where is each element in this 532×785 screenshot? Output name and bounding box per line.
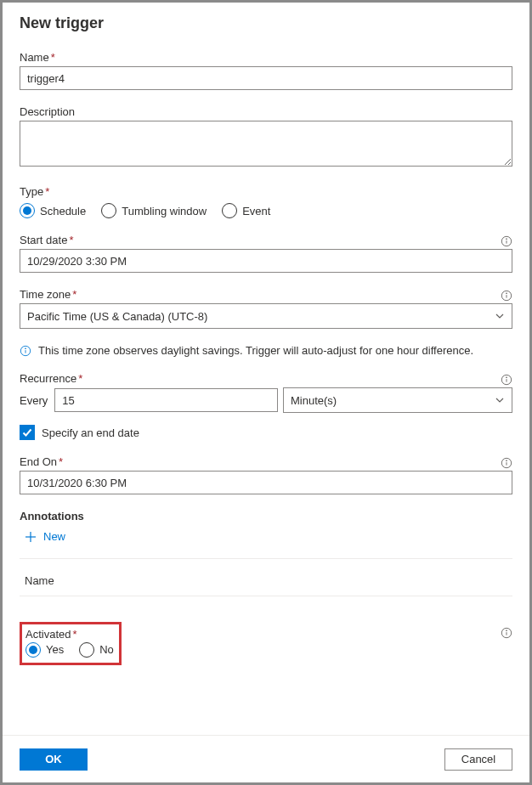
activated-radio-no-label: No bbox=[99, 643, 114, 656]
type-field: Type * Schedule Tumbling window Event bbox=[20, 185, 512, 218]
info-icon[interactable] bbox=[501, 627, 512, 639]
required-marker: * bbox=[69, 234, 73, 246]
required-marker: * bbox=[59, 455, 63, 468]
name-input[interactable] bbox=[20, 66, 512, 90]
specify-end-date-checkbox[interactable]: Specify an end date bbox=[20, 425, 512, 440]
chevron-down-icon bbox=[495, 395, 505, 405]
recurrence-unit-select[interactable]: Minute(s) bbox=[283, 387, 512, 413]
info-icon[interactable] bbox=[501, 457, 512, 469]
description-label: Description bbox=[20, 105, 75, 118]
required-marker: * bbox=[72, 628, 76, 641]
time-zone-label: Time zone bbox=[20, 288, 71, 301]
info-icon bbox=[20, 345, 31, 357]
recurrence-value-input[interactable] bbox=[54, 388, 278, 412]
chevron-down-icon bbox=[495, 311, 505, 321]
recurrence-field: Recurrence * Every Minute(s) Specify an … bbox=[20, 372, 512, 440]
type-radio-schedule[interactable]: Schedule bbox=[20, 203, 86, 218]
type-radio-tumbling-label: Tumbling window bbox=[122, 205, 207, 217]
annotations-label: Annotations bbox=[20, 510, 84, 522]
name-field: Name * bbox=[20, 51, 512, 90]
type-radio-event-label: Event bbox=[242, 205, 270, 217]
info-icon[interactable] bbox=[501, 235, 512, 247]
type-radio-tumbling[interactable]: Tumbling window bbox=[101, 203, 207, 218]
activated-label: Activated bbox=[25, 628, 71, 641]
svg-point-8 bbox=[25, 347, 26, 348]
description-input[interactable] bbox=[20, 121, 512, 167]
annotations-column-name: Name bbox=[25, 574, 512, 587]
type-label: Type bbox=[20, 185, 43, 198]
ok-button[interactable]: OK bbox=[20, 748, 88, 771]
panel-title: New trigger bbox=[20, 14, 512, 32]
info-icon[interactable] bbox=[501, 290, 512, 302]
annotations-field: Annotations New Name bbox=[20, 510, 512, 596]
svg-point-5 bbox=[507, 293, 507, 294]
required-marker: * bbox=[78, 372, 82, 385]
svg-point-19 bbox=[507, 630, 507, 630]
svg-point-14 bbox=[507, 460, 507, 461]
type-radio-event[interactable]: Event bbox=[222, 203, 270, 218]
required-marker: * bbox=[45, 185, 49, 198]
specify-end-date-label: Specify an end date bbox=[42, 426, 139, 439]
svg-point-2 bbox=[507, 239, 507, 240]
info-icon[interactable] bbox=[501, 374, 512, 386]
activated-highlight: Activated * Yes No bbox=[20, 622, 122, 665]
required-marker: * bbox=[51, 51, 55, 64]
annotations-new-button[interactable]: New bbox=[25, 530, 65, 543]
start-date-label: Start date bbox=[20, 234, 67, 246]
activated-radio-no[interactable]: No bbox=[79, 642, 114, 658]
activated-radio-yes-label: Yes bbox=[46, 643, 64, 656]
dst-note: This time zone observes daylight savings… bbox=[20, 344, 512, 357]
dst-note-text: This time zone observes daylight savings… bbox=[38, 344, 473, 357]
name-label: Name bbox=[20, 51, 49, 64]
footer: OK Cancel bbox=[3, 735, 529, 782]
annotations-new-label: New bbox=[43, 530, 65, 543]
end-on-input[interactable] bbox=[20, 471, 512, 494]
required-marker: * bbox=[72, 288, 76, 301]
plus-icon bbox=[25, 531, 37, 543]
end-on-label: End On bbox=[20, 455, 57, 468]
recurrence-unit-value: Minute(s) bbox=[291, 394, 337, 407]
every-label: Every bbox=[20, 394, 48, 407]
svg-point-11 bbox=[507, 377, 507, 378]
time-zone-value: Pacific Time (US & Canada) (UTC-8) bbox=[27, 310, 207, 323]
checkbox-checked-icon bbox=[20, 425, 35, 440]
cancel-button[interactable]: Cancel bbox=[444, 748, 512, 771]
time-zone-field: Time zone * Pacific Time (US & Canada) (… bbox=[20, 288, 512, 329]
start-date-field: Start date * bbox=[20, 234, 512, 273]
type-radio-schedule-label: Schedule bbox=[40, 205, 86, 217]
start-date-input[interactable] bbox=[20, 249, 512, 273]
activated-radio-yes[interactable]: Yes bbox=[25, 642, 64, 658]
time-zone-select[interactable]: Pacific Time (US & Canada) (UTC-8) bbox=[20, 303, 512, 329]
recurrence-label: Recurrence bbox=[20, 372, 76, 385]
end-on-field: End On * bbox=[20, 455, 512, 494]
description-field: Description bbox=[20, 105, 512, 170]
